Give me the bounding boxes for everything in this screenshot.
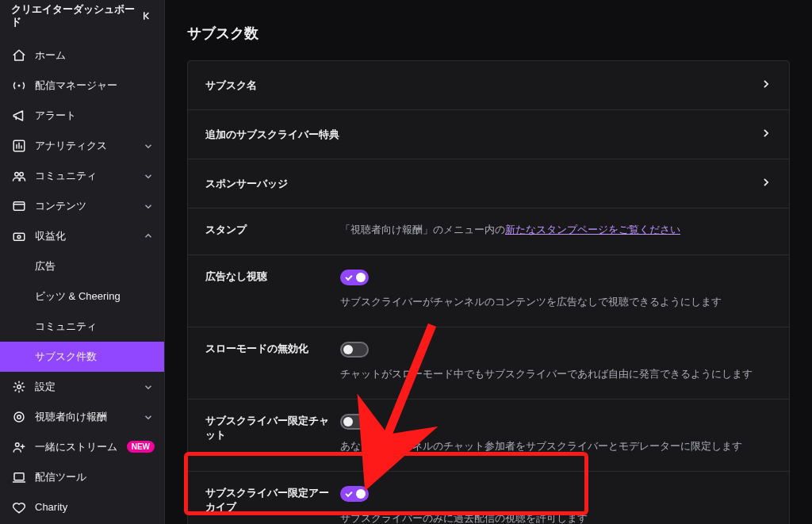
row-label: 追加のサブスクライバー特典 <box>205 128 339 142</box>
row-sub-only-chat: サブスクライバー限定チャット あなたのチャンネルのチャット参加者をサブスクライバ… <box>188 400 789 472</box>
svg-point-7 <box>17 384 21 388</box>
sidebar-item-charity[interactable]: Charity <box>0 492 164 522</box>
community-icon <box>11 168 27 184</box>
row-label: スタンプ <box>205 223 340 237</box>
toggle-sub-archive[interactable] <box>340 486 369 502</box>
sidebar-subitem[interactable]: 広告 <box>0 251 164 281</box>
svg-point-0 <box>18 84 21 86</box>
sidebar-item-label: 収益化 <box>35 228 142 245</box>
row-label: スローモードの無効化 <box>205 342 340 381</box>
svg-point-6 <box>17 235 21 238</box>
badge-new: NEW <box>127 441 155 453</box>
analytics-icon <box>11 138 27 154</box>
tools-icon <box>11 469 27 485</box>
sidebar-item-label: 配信ツール <box>35 469 155 486</box>
chevron-down-icon <box>142 381 155 393</box>
row-label: スポンサーバッジ <box>205 177 288 191</box>
reward-icon <box>11 409 27 425</box>
row-label: 広告なし視聴 <box>205 270 340 309</box>
row-description: あなたのチャンネルのチャット参加者をサブスクライバーとモデレーターに限定します <box>340 439 772 453</box>
svg-point-2 <box>15 172 19 176</box>
sidebar-item-label: アナリティクス <box>35 137 142 155</box>
sidebar-item-label: 配信マネージャー <box>35 77 155 94</box>
row-description: サブスクライバーがチャンネルのコンテンツを広告なしで視聴できるようにします <box>340 295 772 309</box>
content-icon <box>11 198 27 214</box>
sidebar-item-live[interactable]: 配信マネージャー <box>0 71 164 101</box>
chevron-right-icon <box>760 177 772 190</box>
toggle-sub-chat[interactable] <box>340 414 369 430</box>
sidebar-collapse-button[interactable] <box>140 8 155 24</box>
chevron-up-icon <box>142 230 155 243</box>
settings-icon <box>11 379 27 395</box>
sidebar-item-label: 設定 <box>35 378 142 396</box>
monetize-icon <box>11 228 27 244</box>
row-sponsor-badge[interactable]: スポンサーバッジ <box>188 159 789 208</box>
row-label: サブスクライバー限定アーカイブ <box>205 486 340 524</box>
sidebar-subitem[interactable]: サブスク件数 <box>0 342 164 372</box>
sidebar-item-monetize[interactable]: 収益化 <box>0 221 164 251</box>
chevron-down-icon <box>142 140 155 152</box>
svg-point-8 <box>14 412 24 422</box>
sidebar-item-home[interactable]: ホーム <box>0 40 164 71</box>
row-sub-name[interactable]: サブスク名 <box>188 61 789 110</box>
svg-rect-5 <box>13 233 25 240</box>
row-label: サブスクライバー限定チャット <box>205 414 340 453</box>
settings-panel: サブスク名 追加のサブスクライバー特典 スポンサーバッジ スタンプ 「視聴者向け… <box>187 60 790 524</box>
stamp-link[interactable]: 新たなスタンプページをご覧ください <box>505 224 680 235</box>
sidebar-item-label: ホーム <box>35 47 155 64</box>
row-slow-mode: スローモードの無効化 チャットがスローモード中でもサブスクライバーであれば自由に… <box>188 327 789 400</box>
sidebar-item-label: コンテンツ <box>35 197 142 215</box>
stamp-desc-before: 「視聴者向け報酬」のメニュー内の <box>340 224 505 235</box>
sidebar-item-label: アラート <box>35 107 155 124</box>
sidebar-nav: ホーム配信マネージャーアラートアナリティクスコミュニティコンテンツ収益化広告ビッ… <box>0 40 164 522</box>
home-icon <box>11 48 27 63</box>
chevron-down-icon <box>142 200 155 212</box>
sidebar-item-label: 視聴者向け報酬 <box>35 408 142 426</box>
charity-icon <box>11 499 27 515</box>
svg-rect-4 <box>13 201 25 210</box>
chevron-right-icon <box>760 128 772 141</box>
row-sub-only-archive: サブスクライバー限定アーカイブ サブスクライバーのみに過去配信の視聴を許可します <box>188 472 789 524</box>
sidebar-header: クリエイターダッシュボード <box>0 0 164 33</box>
row-description: チャットがスローモード中でもサブスクライバーであれば自由に発言できるようにします <box>340 367 772 381</box>
row-label: サブスク名 <box>205 78 257 93</box>
row-description: サブスクライバーのみに過去配信の視聴を許可します <box>340 511 772 524</box>
sidebar-subitem[interactable]: コミュニティ <box>0 312 164 342</box>
sidebar-item-analytics[interactable]: アナリティクス <box>0 131 164 161</box>
toggle-slow-mode[interactable] <box>340 342 369 358</box>
chevron-down-icon <box>142 170 155 182</box>
sidebar-item-label: コミュニティ <box>35 167 142 185</box>
svg-rect-11 <box>14 472 24 480</box>
svg-point-3 <box>20 172 24 176</box>
alert-icon <box>11 108 27 124</box>
sidebar-item-community[interactable]: コミュニティ <box>0 161 164 191</box>
row-extra-perk[interactable]: 追加のサブスクライバー特典 <box>188 110 789 159</box>
svg-point-10 <box>16 442 20 446</box>
sidebar-item-alert[interactable]: アラート <box>0 101 164 131</box>
chevron-down-icon <box>142 411 155 423</box>
sidebar-subitem[interactable]: ビッツ & Cheering <box>0 281 164 312</box>
sidebar-item-label: Charity <box>35 499 155 516</box>
toggle-ad-free[interactable] <box>340 270 369 285</box>
chevron-right-icon <box>760 78 772 92</box>
sidebar-item-reward[interactable]: 視聴者向け報酬 <box>0 402 164 432</box>
sidebar-title: クリエイターダッシュボード <box>11 3 140 29</box>
sidebar-item-tools[interactable]: 配信ツール <box>0 462 164 492</box>
sidebar-item-together[interactable]: 一緒にストリームNEW <box>0 432 164 462</box>
row-description: 「視聴者向け報酬」のメニュー内の新たなスタンプページをご覧ください <box>340 223 772 237</box>
live-icon <box>11 78 27 94</box>
row-ad-free: 広告なし視聴 サブスクライバーがチャンネルのコンテンツを広告なしで視聴できるよう… <box>188 255 789 327</box>
row-stamp: スタンプ 「視聴者向け報酬」のメニュー内の新たなスタンプページをご覧ください <box>188 208 789 255</box>
sidebar-item-label: 一緒にストリーム <box>35 438 122 456</box>
sidebar-item-content[interactable]: コンテンツ <box>0 191 164 221</box>
svg-point-9 <box>17 415 21 419</box>
sidebar: クリエイターダッシュボード ホーム配信マネージャーアラートアナリティクスコミュニ… <box>0 0 165 524</box>
main-content: サブスク数 サブスク名 追加のサブスクライバー特典 スポンサーバッジ スタンプ … <box>165 0 812 524</box>
sidebar-item-settings[interactable]: 設定 <box>0 372 164 402</box>
page-title: サブスク数 <box>187 24 790 43</box>
together-icon <box>11 439 27 455</box>
